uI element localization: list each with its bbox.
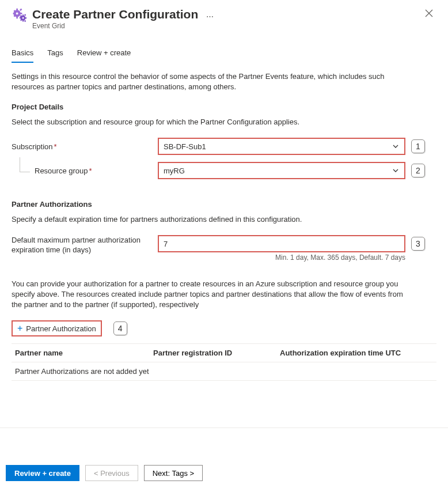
callout-4: 4 bbox=[113, 321, 127, 335]
table-empty-message: Partner Authorizations are not added yet bbox=[15, 367, 149, 376]
callout-3: 3 bbox=[411, 237, 425, 251]
tab-basics[interactable]: Basics bbox=[12, 46, 33, 63]
page-title: Create Partner Configuration bbox=[32, 7, 198, 21]
subscription-select[interactable]: SB-DF-Sub1 bbox=[158, 138, 405, 155]
resource-group-label: Resource group* bbox=[12, 167, 158, 175]
wizard-footer: Review + create < Previous Next: Tags > bbox=[0, 458, 448, 488]
auth-intro-text: You can provide your authorization for a… bbox=[12, 279, 415, 310]
review-create-button[interactable]: Review + create bbox=[6, 465, 79, 481]
next-button[interactable]: Next: Tags > bbox=[144, 465, 203, 481]
resource-group-select[interactable]: myRG bbox=[158, 162, 405, 179]
add-partner-authorization-label: Partner Authorization bbox=[26, 324, 96, 333]
resource-group-value: myRG bbox=[164, 167, 392, 175]
subscription-label: Subscription* bbox=[12, 142, 158, 151]
svg-point-1 bbox=[16, 12, 18, 14]
page-subtitle: Event Grid bbox=[32, 22, 417, 30]
more-actions-button[interactable]: ⋯ bbox=[206, 12, 214, 21]
tab-tags[interactable]: Tags bbox=[47, 46, 63, 63]
authorizations-table: Partner name Partner registration ID Aut… bbox=[12, 343, 436, 381]
subscription-value: SB-DF-Sub1 bbox=[164, 142, 392, 151]
callout-1: 1 bbox=[411, 139, 425, 153]
gears-icon bbox=[12, 7, 28, 25]
intro-text: Settings in this resource control the be… bbox=[12, 71, 415, 92]
partner-auth-heading: Partner Authorizations bbox=[12, 200, 436, 209]
previous-button: < Previous bbox=[85, 465, 138, 481]
blade-header: Create Partner Configuration ⋯ Event Gri… bbox=[12, 7, 436, 30]
plus-icon: + bbox=[17, 324, 22, 333]
project-details-heading: Project Details bbox=[12, 103, 436, 111]
partner-auth-desc: Specify a default expiration time for pa… bbox=[12, 214, 415, 225]
expiration-label: Default maximum partner authorization ex… bbox=[12, 235, 158, 255]
col-partner-name: Partner name bbox=[15, 349, 153, 357]
tree-connector bbox=[20, 157, 30, 172]
col-partner-registration-id: Partner registration ID bbox=[153, 349, 280, 357]
add-partner-authorization-button[interactable]: + Partner Authorization bbox=[12, 320, 102, 336]
close-button[interactable] bbox=[422, 7, 436, 22]
tab-review[interactable]: Review + create bbox=[77, 46, 131, 63]
expiration-input[interactable]: 7 bbox=[158, 235, 405, 252]
project-details-desc: Select the subscription and resource gro… bbox=[12, 117, 415, 127]
chevron-down-icon bbox=[392, 167, 400, 175]
expiration-value: 7 bbox=[164, 240, 168, 248]
footer-divider bbox=[0, 428, 448, 428]
col-auth-expiration: Authorization expiration time UTC bbox=[280, 349, 433, 357]
callout-2: 2 bbox=[411, 164, 425, 177]
tab-bar: Basics Tags Review + create bbox=[12, 46, 436, 63]
svg-point-3 bbox=[22, 17, 24, 19]
chevron-down-icon bbox=[392, 142, 400, 150]
expiration-helper: Min. 1 day, Max. 365 days, Default. 7 da… bbox=[158, 254, 405, 262]
